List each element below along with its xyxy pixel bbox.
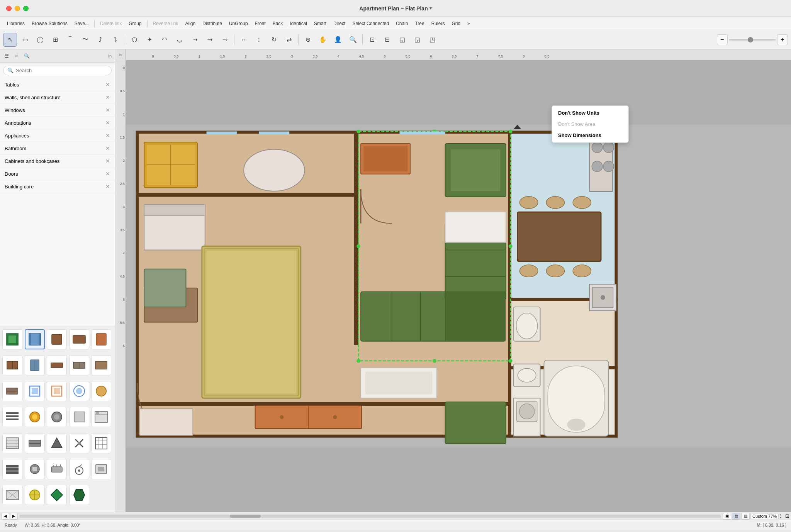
zoom-in-button[interactable]: + bbox=[777, 34, 788, 45]
icon-cell-21[interactable] bbox=[2, 433, 22, 453]
icon-cell-10[interactable] bbox=[91, 355, 111, 375]
icon-cell-29[interactable] bbox=[69, 459, 89, 479]
menu-distribute[interactable]: Distribute bbox=[199, 19, 225, 28]
tool-freehand1[interactable]: ⌒ bbox=[63, 33, 77, 47]
view-mode-1[interactable]: ▣ bbox=[723, 513, 731, 520]
icon-cell-22[interactable] bbox=[25, 433, 45, 453]
tool-connect3[interactable]: ⇾ bbox=[218, 33, 232, 47]
menu-browse[interactable]: Browse Solutions bbox=[29, 19, 71, 28]
tool-freehand2[interactable]: 〜 bbox=[78, 33, 92, 47]
remove-tables-icon[interactable]: ✕ bbox=[105, 81, 110, 88]
remove-appliances-icon[interactable]: ✕ bbox=[105, 132, 110, 139]
icon-cell-11[interactable] bbox=[2, 381, 22, 401]
icon-cell-27[interactable] bbox=[25, 459, 45, 479]
library-item-walls[interactable]: Walls, shell and structure ✕ bbox=[0, 91, 115, 104]
icon-cell-7[interactable] bbox=[25, 355, 45, 375]
canvas-area[interactable]: in 0 0.5 1 1.5 2 2.5 3 3.5 4 4.5 5 5.5 6… bbox=[115, 49, 791, 512]
tool-user[interactable]: 👤 bbox=[331, 33, 345, 47]
tool-bezier2[interactable]: ⤵ bbox=[109, 33, 122, 47]
library-item-cabinets[interactable]: Cabinets and bookcases ✕ bbox=[0, 155, 115, 168]
icon-cell-14[interactable] bbox=[69, 381, 89, 401]
floorplan[interactable] bbox=[126, 60, 791, 512]
zoom-slider[interactable] bbox=[729, 39, 776, 41]
tool-extra1[interactable]: ⊡ bbox=[365, 33, 379, 47]
library-item-doors[interactable]: Doors ✕ bbox=[0, 168, 115, 180]
menu-identical[interactable]: Identical bbox=[287, 19, 310, 28]
icon-cell-24[interactable] bbox=[69, 433, 89, 453]
icon-cell-28[interactable] bbox=[47, 459, 67, 479]
tool-extra3[interactable]: ◱ bbox=[395, 33, 409, 47]
menu-select-connected[interactable]: Select Connected bbox=[349, 19, 392, 28]
menu-delete-link[interactable]: Delete link bbox=[97, 19, 125, 28]
icon-cell-1[interactable] bbox=[2, 329, 22, 349]
tool-connect1[interactable]: ⇢ bbox=[188, 33, 202, 47]
tool-extra4[interactable]: ◲ bbox=[410, 33, 424, 47]
remove-windows-icon[interactable]: ✕ bbox=[105, 107, 110, 113]
icon-cell-32[interactable] bbox=[25, 485, 45, 505]
tool-arc2[interactable]: ◡ bbox=[173, 33, 187, 47]
zoom-up-arrow[interactable]: ▲ bbox=[779, 513, 782, 516]
menu-group[interactable]: Group bbox=[126, 19, 144, 28]
menu-ungroup[interactable]: UnGroup bbox=[226, 19, 251, 28]
remove-building-core-icon[interactable]: ✕ bbox=[105, 183, 110, 190]
icon-cell-2[interactable] bbox=[25, 329, 45, 349]
remove-cabinets-icon[interactable]: ✕ bbox=[105, 158, 110, 164]
sidebar-tab-libraries[interactable]: ☰ bbox=[3, 53, 10, 59]
icon-cell-13[interactable] bbox=[47, 381, 67, 401]
menu-tree[interactable]: Tree bbox=[412, 19, 427, 28]
menu-front[interactable]: Front bbox=[252, 19, 269, 28]
icon-cell-8[interactable] bbox=[47, 355, 67, 375]
tool-polygon[interactable]: ⬡ bbox=[127, 33, 141, 47]
menu-grid[interactable]: Grid bbox=[448, 19, 463, 28]
menu-smart[interactable]: Smart bbox=[311, 19, 329, 28]
tool-flip[interactable]: ⇄ bbox=[282, 33, 296, 47]
icon-cell-19[interactable] bbox=[69, 407, 89, 427]
library-item-building-core[interactable]: Building core ✕ bbox=[0, 180, 115, 193]
icon-cell-26[interactable] bbox=[2, 459, 22, 479]
menu-reverse-link[interactable]: Reverse link bbox=[150, 19, 182, 28]
menu-chain[interactable]: Chain bbox=[393, 19, 411, 28]
ctx-dont-show-area[interactable]: Don't Show Area bbox=[552, 119, 628, 130]
menu-rulers[interactable]: Rulers bbox=[428, 19, 448, 28]
tool-star[interactable]: ✦ bbox=[143, 33, 156, 47]
tool-resize-h[interactable]: ↔ bbox=[237, 33, 251, 47]
view-mode-3[interactable]: ▥ bbox=[741, 513, 750, 520]
tool-color-picker[interactable]: 🔍 bbox=[346, 33, 360, 47]
remove-annotations-icon[interactable]: ✕ bbox=[105, 120, 110, 126]
maximize-button[interactable] bbox=[23, 6, 29, 11]
fit-page-button[interactable]: ⊡ bbox=[785, 513, 789, 519]
icon-cell-17[interactable] bbox=[25, 407, 45, 427]
icon-cell-18[interactable] bbox=[47, 407, 67, 427]
tool-connect2[interactable]: ⇝ bbox=[203, 33, 217, 47]
sidebar-tab-search[interactable]: 🔍 bbox=[22, 53, 31, 59]
menu-more[interactable]: » bbox=[464, 19, 473, 28]
icon-cell-31[interactable] bbox=[2, 485, 22, 505]
next-page-button[interactable]: ▶ bbox=[10, 513, 18, 520]
icon-cell-12[interactable] bbox=[25, 381, 45, 401]
tool-bezier1[interactable]: ⤴ bbox=[93, 33, 107, 47]
icon-cell-25[interactable] bbox=[91, 433, 111, 453]
sidebar-tab-list[interactable]: ≡ bbox=[14, 53, 19, 59]
menu-back[interactable]: Back bbox=[270, 19, 286, 28]
icon-cell-33[interactable] bbox=[47, 485, 67, 505]
tool-pan[interactable]: ✋ bbox=[316, 33, 330, 47]
menu-direct[interactable]: Direct bbox=[330, 19, 348, 28]
view-mode-2[interactable]: ▤ bbox=[732, 513, 740, 520]
tool-table[interactable]: ⊞ bbox=[48, 33, 62, 47]
prev-page-button[interactable]: ◀ bbox=[2, 513, 9, 520]
icon-cell-3[interactable] bbox=[47, 329, 67, 349]
tool-extra5[interactable]: ◳ bbox=[425, 33, 439, 47]
menu-libraries[interactable]: Libraries bbox=[4, 19, 28, 28]
tool-ellipse[interactable]: ◯ bbox=[33, 33, 47, 47]
library-item-annotations[interactable]: Annotations ✕ bbox=[0, 117, 115, 129]
tool-arc1[interactable]: ◠ bbox=[158, 33, 171, 47]
zoom-down-arrow[interactable]: ▼ bbox=[779, 516, 782, 519]
icon-cell-34[interactable] bbox=[69, 485, 89, 505]
scroll-track[interactable] bbox=[19, 515, 721, 518]
tool-rotate[interactable]: ↻ bbox=[267, 33, 281, 47]
icon-cell-4[interactable] bbox=[69, 329, 89, 349]
tool-resize-v[interactable]: ↕ bbox=[252, 33, 266, 47]
icon-cell-6[interactable] bbox=[2, 355, 22, 375]
tool-zoom-in[interactable]: ⊕ bbox=[301, 33, 315, 47]
icon-cell-15[interactable] bbox=[91, 381, 111, 401]
